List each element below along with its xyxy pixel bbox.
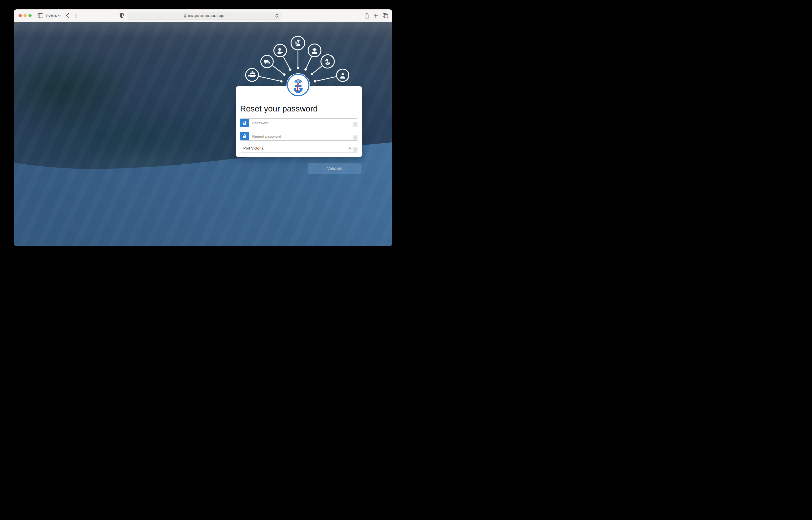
browser-toolbar: PVMIS ccs.spa-ccs-qa.quatre.app xyxy=(14,9,392,22)
profile-label: PVMIS xyxy=(46,14,57,18)
port-select-value: Port Victoria xyxy=(243,146,263,150)
minimize-window-button[interactable] xyxy=(24,14,27,17)
required-marker: * xyxy=(353,122,358,127)
required-marker: * xyxy=(353,147,358,152)
zoom-window-button[interactable] xyxy=(28,14,32,17)
page-background: Reset your password * * Port Victoria * xyxy=(14,22,392,246)
share-icon[interactable] xyxy=(365,13,369,19)
url-text: ccs.spa-ccs-qa.quatre.app xyxy=(188,14,225,18)
password-field-group: * xyxy=(240,119,358,127)
reset-password-card: Reset your password * * Port Victoria * xyxy=(236,86,362,157)
tab-overview-icon[interactable] xyxy=(383,13,388,18)
sidebar-icon[interactable] xyxy=(37,14,43,18)
repeat-password-input[interactable] xyxy=(249,132,358,140)
port-select[interactable]: Port Victoria * xyxy=(240,144,358,153)
repeat-password-field-group: * xyxy=(240,132,358,140)
new-tab-icon[interactable] xyxy=(374,14,378,18)
lock-icon xyxy=(240,132,249,140)
close-window-button[interactable] xyxy=(19,14,22,17)
password-input[interactable] xyxy=(249,119,358,127)
reload-icon[interactable] xyxy=(275,14,278,19)
lock-icon xyxy=(184,14,187,18)
address-bar[interactable]: ccs.spa-ccs-qa.quatre.app xyxy=(128,11,281,20)
lock-icon xyxy=(240,119,249,127)
back-icon[interactable] xyxy=(66,13,69,18)
profile-menu[interactable]: PVMIS xyxy=(46,9,60,22)
dropdown-caret-icon xyxy=(348,148,351,150)
privacy-shield-icon[interactable] xyxy=(120,13,124,19)
chevron-down-icon xyxy=(58,15,60,17)
validate-button[interactable]: Validate xyxy=(308,163,361,174)
forward-icon[interactable] xyxy=(74,13,78,18)
page-title: Reset your password xyxy=(240,104,318,113)
required-marker: * xyxy=(353,135,358,140)
browser-window: PVMIS ccs.spa-ccs-qa.quatre.app xyxy=(14,9,392,246)
